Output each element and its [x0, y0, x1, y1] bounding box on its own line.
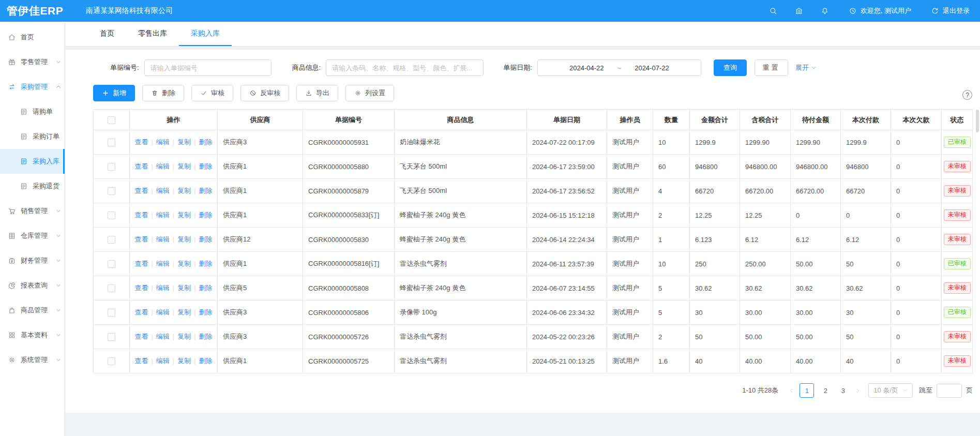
编辑-link[interactable]: 编辑 [156, 333, 170, 340]
sidebar-item-首页[interactable]: 首页 [0, 25, 65, 50]
删除-link[interactable]: 删除 [199, 308, 213, 316]
sidebar-item-报表查询[interactable]: 报表查询 [0, 273, 65, 298]
复制-link[interactable]: 复制 [177, 308, 191, 316]
复制-link[interactable]: 复制 [177, 260, 191, 267]
tab-零售出库[interactable]: 零售出库 [126, 22, 179, 46]
bell-icon[interactable] [821, 7, 829, 15]
cell-order_no: CGRK00000005806 [303, 300, 395, 325]
user-welcome[interactable]: 欢迎您, 测试用户 [849, 6, 911, 16]
sidebar-item-仓库管理[interactable]: 仓库管理 [0, 223, 65, 248]
page-button-2[interactable]: 2 [819, 383, 832, 398]
date-start-value[interactable]: 2024-04-22 [569, 64, 604, 72]
cell-paid: 0 [841, 203, 891, 228]
reset-button[interactable]: 重置 [755, 59, 788, 76]
sidebar-item-采购入库[interactable]: 采购入库 [0, 149, 65, 174]
删除-link[interactable]: 删除 [199, 357, 213, 365]
row-checkbox[interactable] [108, 333, 115, 341]
order-no-input[interactable] [144, 59, 272, 76]
date-end-value[interactable]: 2024-07-22 [635, 64, 669, 72]
导出-button[interactable]: 导出 [296, 85, 338, 101]
table-row: 查看|编辑|复制|删除供应商1CGRK00000005725雷达杀虫气雾剂202… [94, 349, 973, 373]
sidebar-item-系统管理[interactable]: 系统管理 [0, 348, 65, 372]
row-checkbox[interactable] [108, 163, 115, 171]
sidebar-item-商品管理[interactable]: 商品管理 [0, 298, 65, 323]
删除-link[interactable]: 删除 [199, 284, 213, 292]
sidebar-item-财务管理[interactable]: 财务管理 [0, 248, 65, 273]
doc-icon [20, 108, 28, 116]
tab-首页[interactable]: 首页 [88, 22, 126, 46]
复制-link[interactable]: 复制 [177, 211, 191, 219]
删除-link[interactable]: 删除 [199, 333, 213, 340]
删除-link[interactable]: 删除 [199, 260, 213, 267]
审核-button[interactable]: 审核 [191, 85, 233, 101]
编辑-link[interactable]: 编辑 [156, 357, 170, 365]
sidebar-item-采购管理[interactable]: 采购管理 [0, 74, 65, 99]
select-all-checkbox[interactable] [108, 116, 115, 124]
product-info-input[interactable] [326, 59, 484, 76]
page-button-1[interactable]: 1 [800, 383, 814, 398]
查看-link[interactable]: 查看 [134, 260, 148, 267]
新增-button[interactable]: 新增 [93, 85, 135, 101]
scrollbar-thumb[interactable] [976, 110, 979, 132]
复制-link[interactable]: 复制 [177, 357, 191, 365]
date-range-picker[interactable]: 2024-04-22 ~ 2024-07-22 [537, 59, 701, 76]
编辑-link[interactable]: 编辑 [156, 187, 170, 194]
复制-link[interactable]: 复制 [177, 162, 191, 170]
page-size-select[interactable]: 10 条/页 [868, 383, 913, 398]
编辑-link[interactable]: 编辑 [156, 260, 170, 267]
删除-link[interactable]: 删除 [199, 211, 213, 219]
删除-link[interactable]: 删除 [199, 138, 213, 146]
查看-link[interactable]: 查看 [134, 235, 148, 243]
删除-button[interactable]: 删除 [142, 85, 184, 101]
查看-link[interactable]: 查看 [134, 284, 148, 292]
sidebar-item-销售管理[interactable]: 销售管理 [0, 199, 65, 223]
编辑-link[interactable]: 编辑 [156, 284, 170, 292]
sidebar-item-基本资料[interactable]: 基本资料 [0, 323, 65, 348]
列设置-button[interactable]: 列设置 [345, 85, 394, 101]
查看-link[interactable]: 查看 [134, 333, 148, 340]
编辑-link[interactable]: 编辑 [156, 138, 170, 146]
next-page-button[interactable] [852, 383, 863, 398]
row-checkbox[interactable] [108, 236, 115, 244]
查看-link[interactable]: 查看 [134, 211, 148, 219]
row-checkbox[interactable] [108, 309, 115, 317]
编辑-link[interactable]: 编辑 [156, 162, 170, 170]
查看-link[interactable]: 查看 [134, 308, 148, 316]
编辑-link[interactable]: 编辑 [156, 211, 170, 219]
expand-link[interactable]: 展开 [795, 63, 817, 72]
复制-link[interactable]: 复制 [177, 333, 191, 340]
删除-link[interactable]: 删除 [199, 235, 213, 243]
jump-page-input[interactable] [937, 384, 962, 398]
查看-link[interactable]: 查看 [134, 187, 148, 194]
search-icon[interactable] [769, 7, 777, 15]
编辑-link[interactable]: 编辑 [156, 308, 170, 316]
bank-icon[interactable] [795, 7, 803, 15]
查看-link[interactable]: 查看 [134, 138, 148, 146]
复制-link[interactable]: 复制 [177, 187, 191, 194]
tab-采购入库[interactable]: 采购入库 [179, 22, 232, 46]
row-checkbox[interactable] [108, 284, 115, 292]
查看-link[interactable]: 查看 [134, 357, 148, 365]
删除-link[interactable]: 删除 [199, 187, 213, 194]
row-checkbox[interactable] [108, 187, 115, 195]
sidebar-item-采购订单[interactable]: 采购订单 [0, 124, 65, 149]
search-button[interactable]: 查询 [714, 59, 747, 76]
查看-link[interactable]: 查看 [134, 162, 148, 170]
help-icon[interactable]: ? [962, 90, 972, 100]
sidebar-item-零售管理[interactable]: 零售管理 [0, 50, 65, 74]
复制-link[interactable]: 复制 [177, 235, 191, 243]
page-button-3[interactable]: 3 [837, 383, 849, 398]
反审核-button[interactable]: 反审核 [240, 85, 289, 101]
删除-link[interactable]: 删除 [199, 162, 213, 170]
row-checkbox[interactable] [108, 260, 115, 268]
sidebar-item-采购退货[interactable]: 采购退货 [0, 174, 65, 199]
row-checkbox[interactable] [108, 212, 115, 219]
编辑-link[interactable]: 编辑 [156, 235, 170, 243]
复制-link[interactable]: 复制 [177, 284, 191, 292]
sidebar-item-请购单[interactable]: 请购单 [0, 99, 65, 124]
复制-link[interactable]: 复制 [177, 138, 191, 146]
prev-page-button[interactable] [786, 383, 797, 398]
logout-button[interactable]: 退出登录 [931, 6, 970, 16]
row-checkbox[interactable] [108, 357, 115, 365]
row-checkbox[interactable] [108, 139, 115, 146]
